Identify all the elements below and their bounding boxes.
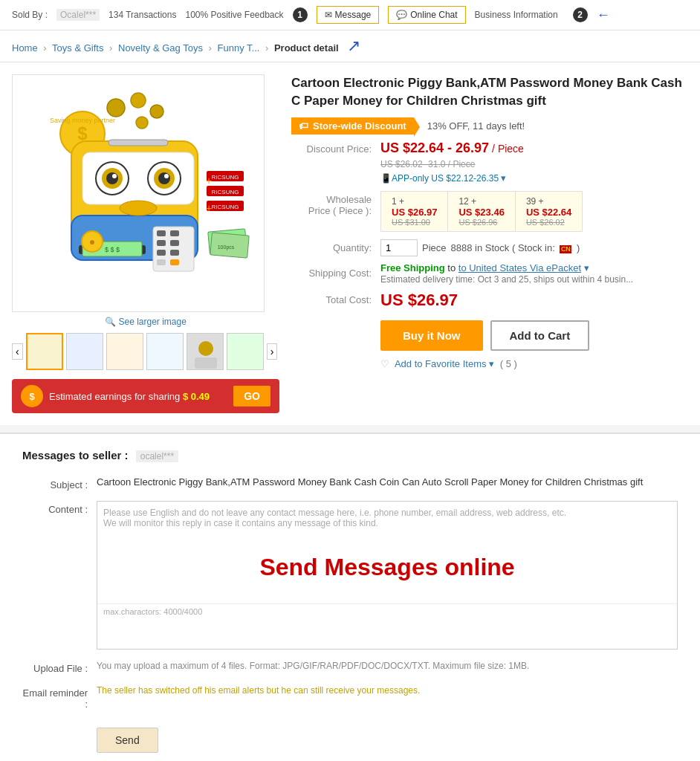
svg-point-4 <box>131 93 146 108</box>
svg-text:Saving money partner: Saving money partner <box>50 117 115 124</box>
send-button[interactable]: Send <box>97 728 158 753</box>
svg-text:+: + <box>206 202 212 214</box>
product-image-svg: $ Saving money partner <box>27 82 250 305</box>
thumb-6[interactable] <box>227 333 264 370</box>
quantity-unit: Piece <box>422 242 447 253</box>
svg-point-18 <box>164 174 169 178</box>
main-product-image: $ Saving money partner <box>12 74 265 312</box>
svg-point-17 <box>112 174 117 178</box>
svg-text:+: + <box>206 175 212 187</box>
seller-name: Ocalel*** <box>56 9 100 21</box>
total-row: Total Cost: US $26.97 <box>291 291 688 310</box>
product-title: Cartoon Electronic Piggy Bank,ATM Passwo… <box>291 74 688 110</box>
transactions: 134 Transactions <box>108 10 176 20</box>
online-chat-button[interactable]: 💬 Online Chat <box>388 6 465 24</box>
breadcrumb: Home › Toys & Gifts › Novelty & Gag Toys… <box>0 30 700 62</box>
wholesale-table: 1 + US $26.97 US $31.00 12 + US $23.46 U… <box>380 191 583 232</box>
earnings-bar: $ Estimated earnings for sharing $ 0.49 … <box>12 379 279 413</box>
subject-field: Cartoon Electronic Piggy Bank,ATM Passwo… <box>97 476 678 488</box>
upload-field: You may upload a maximum of 4 files. For… <box>97 660 678 671</box>
svg-rect-24 <box>157 230 166 236</box>
svg-point-19 <box>120 201 157 216</box>
breadcrumb-category3[interactable]: Funny T... <box>218 42 260 54</box>
thumb-5[interactable] <box>187 333 224 370</box>
svg-rect-28 <box>157 250 166 256</box>
go-button[interactable]: GO <box>233 386 270 407</box>
thumb-2[interactable] <box>66 333 103 370</box>
messages-seller-name: ocalel*** <box>136 450 178 462</box>
svg-rect-25 <box>170 230 179 236</box>
content-field: Please use English and do not leave any … <box>97 501 678 650</box>
shipping-to: to <box>447 262 458 273</box>
annotation-2: 2 <box>573 7 588 22</box>
svg-rect-31 <box>170 259 179 265</box>
action-buttons: Buy it Now Add to Cart <box>380 320 688 351</box>
shipping-dropdown[interactable]: ▾ <box>584 262 589 273</box>
discount-detail: 13% OFF, 11 days left! <box>427 120 525 132</box>
thumb-4[interactable] <box>146 333 184 370</box>
shipping-dest[interactable]: to United States Via ePacket <box>458 262 581 273</box>
see-larger-link[interactable]: 🔍 See larger image <box>12 317 279 327</box>
email-hint: The seller has switched off his email al… <box>97 685 420 696</box>
shipping-row: Shipping Cost: Free Shipping to to Unite… <box>291 262 688 285</box>
discount-price-label: Discount Price: <box>291 143 380 155</box>
wholesale-tier-2: 12 + US $23.46 US $26.96 <box>448 192 515 231</box>
thumbnail-row: ‹ › <box>12 333 279 370</box>
discount-tag-icon: 🏷 <box>299 120 308 132</box>
discount-price-value: US $22.64 - 26.97 <box>380 140 489 156</box>
email-label: Email reminder : <box>22 684 97 710</box>
upload-hint: You may upload a maximum of 4 files. For… <box>97 661 529 671</box>
breadcrumb-category1[interactable]: Toys & Gifts <box>52 42 103 54</box>
wholesale-label: Wholesale Price ( Piece ): <box>291 191 380 232</box>
buy-now-button[interactable]: Buy it Now <box>380 320 483 351</box>
svg-text:RICSUNG: RICSUNG <box>212 174 239 181</box>
svg-rect-29 <box>170 250 179 256</box>
discount-price-row: Discount Price: US $22.64 - 26.97 / Piec… <box>291 140 688 156</box>
message-icon: ✉ <box>325 10 332 20</box>
phone-icon: 📱 <box>380 173 392 184</box>
breadcrumb-category2[interactable]: Novelty & Gag Toys <box>118 42 203 54</box>
message-button[interactable]: ✉ Message <box>317 6 380 24</box>
svg-text:●: ● <box>89 236 95 247</box>
svg-point-16 <box>158 172 170 184</box>
subject-row: Subject : Cartoon Electronic Piggy Bank,… <box>22 476 678 490</box>
dropdown-icon[interactable]: ▾ <box>501 172 506 184</box>
quantity-input[interactable] <box>380 239 418 256</box>
svg-rect-47 <box>195 357 217 369</box>
quantity-row: Quantity: Piece 8888 in Stock ( Stock in… <box>291 239 688 256</box>
thumb-next-button[interactable]: › <box>267 343 278 360</box>
thumb-1[interactable] <box>26 333 63 370</box>
cn-flag: CN <box>560 245 571 253</box>
business-info-link[interactable]: Business Information <box>475 10 558 20</box>
favorite-row: ♡ Add to Favorite Items ▾ ( 5 ) <box>380 358 688 369</box>
thumb-3[interactable] <box>106 333 143 370</box>
original-price: US $26.02- 31.0 / Piece <box>380 159 475 169</box>
svg-text:RICSUNG: RICSUNG <box>212 204 239 210</box>
svg-point-5 <box>150 105 163 118</box>
svg-text:100pcs: 100pcs <box>218 245 235 250</box>
messages-title: Messages to seller : ocalel*** <box>22 449 678 462</box>
upload-label: Upload File : <box>22 660 97 674</box>
svg-rect-27 <box>170 240 179 246</box>
svg-point-6 <box>136 117 148 129</box>
app-only-row: 📱 APP-only US $22.12-26.35 ▾ <box>291 172 688 184</box>
wholesale-section: Wholesale Price ( Piece ): 1 + US $26.97… <box>291 191 688 232</box>
subject-value: Cartoon Electronic Piggy Bank,ATM Passwo… <box>97 476 643 488</box>
delivery-estimate: Estimated delivery time: Oct 3 and 25, s… <box>380 274 633 285</box>
product-layout: $ Saving money partner <box>12 74 688 413</box>
discount-row: 🏷 Store-wide Discount 13% OFF, 11 days l… <box>291 117 688 135</box>
product-details: Cartoon Electronic Piggy Bank,ATM Passwo… <box>291 74 688 413</box>
earnings-text: Estimated earnings for sharing $ 0.49 <box>49 391 210 402</box>
svg-rect-26 <box>157 240 166 246</box>
add-to-cart-button[interactable]: Add to Cart <box>490 320 590 351</box>
wholesale-tier-1: 1 + US $26.97 US $31.00 <box>381 192 448 231</box>
breadcrumb-home[interactable]: Home <box>12 42 38 54</box>
original-price-row: US $26.02- 31.0 / Piece <box>291 159 688 169</box>
stock-info: 8888 in Stock ( Stock in: CN ) <box>451 242 580 253</box>
favorite-dropdown[interactable]: ▾ <box>489 358 494 369</box>
content-row: Content : Please use English and do not … <box>22 501 678 650</box>
favorite-link[interactable]: Add to Favorite Items <box>395 358 487 369</box>
svg-point-46 <box>198 341 213 356</box>
thumb-prev-button[interactable]: ‹ <box>12 343 23 360</box>
email-field: The seller has switched off his email al… <box>97 684 678 696</box>
